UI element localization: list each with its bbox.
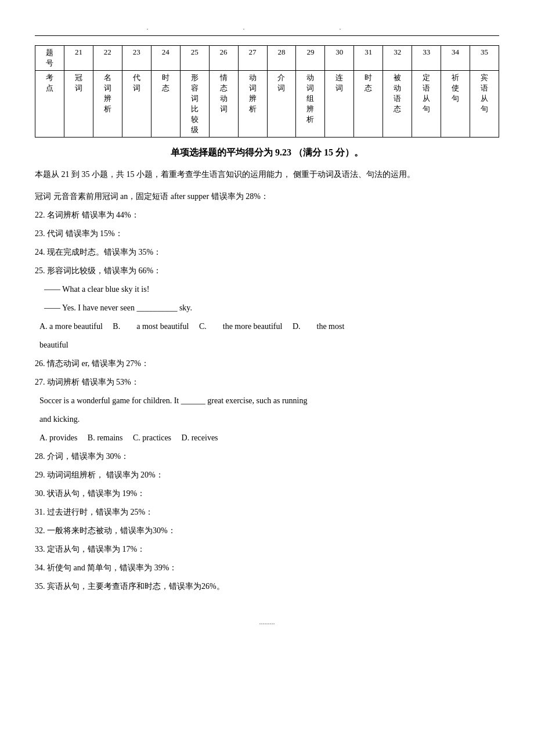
table-cell-22: 22 <box>93 46 122 71</box>
table-kd-26: 情 态 动 词 <box>209 71 238 138</box>
question-26: 26. 情态动词 er, 错误率为 27%： <box>35 356 499 372</box>
question-table: 题 号 21 22 23 24 25 26 27 28 29 30 31 32 … <box>35 45 499 138</box>
q31-text: 31. 过去进行时，错误率为 25%： <box>35 504 499 520</box>
q27-sentence: Soccer is a wonderful game for children.… <box>35 393 499 428</box>
question-33: 33. 定语从句，错误率为 17%： <box>35 541 499 558</box>
q25-line2: —— Yes. I have never seen __________ sky… <box>44 300 499 316</box>
table-cell-25: 25 <box>180 46 209 71</box>
table-kd-35: 宾 语 从 句 <box>470 71 499 138</box>
q33-text: 33. 定语从句，错误率为 17%： <box>35 541 499 558</box>
q27-option-d: D. receives <box>182 433 218 442</box>
question-32: 32. 一般将来时态被动，错误率为30%： <box>35 523 499 539</box>
intro-text: 本题从 21 到 35 小题，共 15 小题，着重考查学生语言知识的运用能力， … <box>35 167 499 183</box>
question-35: 35. 宾语从句，主要考查语序和时态，错误率为26%。 <box>35 578 499 595</box>
question-21: 冠词 元音音素前用冠词 an，固定短语 after supper 错误率为 28… <box>35 189 499 205</box>
q23-text: 23. 代词 错误率为 15%： <box>35 226 499 242</box>
table-cell-29: 29 <box>296 46 325 71</box>
question-30: 30. 状语从句，错误率为 19%： <box>35 486 499 502</box>
table-kd-32: 被 动 语 态 <box>383 71 412 138</box>
table-kd-28: 介 词 <box>267 71 296 138</box>
table-cell-31: 31 <box>354 46 383 71</box>
q27-option-c: C. practices <box>133 433 171 442</box>
table-kd-25: 形 容 词 比 较 级 <box>180 71 209 138</box>
q24-text: 24. 现在完成时态。错误率为 35%： <box>35 244 499 261</box>
question-28: 28. 介词，错误率为 30%： <box>35 448 499 465</box>
table-row-header: 题 号 21 22 23 24 25 26 27 28 29 30 31 32 … <box>35 46 499 71</box>
summary-line: 单项选择题的平均得分为 9.23 （满分 15 分）。 <box>35 147 499 159</box>
q29-text: 29. 动词词组辨析， 错误率为 20%： <box>35 467 499 483</box>
question-24: 24. 现在完成时态。错误率为 35%： <box>35 244 499 261</box>
table-cell-35: 35 <box>470 46 499 71</box>
table-kd-24: 时 态 <box>151 71 180 138</box>
question-34: 34. 祈使句 and 简单句，错误率为 39%： <box>35 560 499 576</box>
question-31: 31. 过去进行时，错误率为 25%： <box>35 504 499 520</box>
table-cell-28: 28 <box>267 46 296 71</box>
question-27: 27. 动词辨析 错误率为 53%： <box>35 374 499 390</box>
q25-option-a: A. a more beautiful <box>39 322 103 331</box>
question-29: 29. 动词词组辨析， 错误率为 20%： <box>35 467 499 483</box>
table-cell-33: 33 <box>412 46 441 71</box>
table-kd-30: 连 词 <box>325 71 354 138</box>
q25-option-b: B. a most beautiful <box>113 322 189 331</box>
table-kd-22: 名 词 辨 析 <box>93 71 122 138</box>
q25-dialogue: —— What a clear blue sky it is! —— Yes. … <box>35 281 499 316</box>
top-dots: . . . <box>35 23 499 32</box>
table-cell-label-row1: 题 号 <box>35 46 64 71</box>
table-cell-26: 26 <box>209 46 238 71</box>
q25-beautiful: beautiful <box>39 341 68 349</box>
table-kd-21: 冠 词 <box>64 71 93 138</box>
q27-option-a: A. provides <box>39 433 77 442</box>
q27-text: 27. 动词辨析 错误率为 53%： <box>35 374 499 390</box>
q25-line1: —— What a clear blue sky it is! <box>44 281 499 298</box>
bottom-dots: ......... <box>35 618 499 627</box>
q25-options-cont: beautiful <box>35 337 499 353</box>
top-line <box>35 35 499 36</box>
question-22: 22. 名词辨析 错误率为 44%： <box>35 207 499 223</box>
table-kd-34: 祈 使 句 <box>441 71 470 138</box>
table-cell-32: 32 <box>383 46 412 71</box>
q27-options: A. provides B. remains C. practices D. r… <box>35 430 499 446</box>
q32-text: 32. 一般将来时态被动，错误率为30%： <box>35 523 499 539</box>
table-row-kaodian: 考 点 冠 词 名 词 辨 析 代 词 时 态 形 容 词 比 较 级 情 态 … <box>35 71 499 138</box>
q35-text: 35. 宾语从句，主要考查语序和时态，错误率为26%。 <box>35 578 499 595</box>
q22-text: 22. 名词辨析 错误率为 44%： <box>35 207 499 223</box>
table-kd-27: 动 词 辨 析 <box>238 71 267 138</box>
question-25: 25. 形容词比较级，错误率为 66%： <box>35 263 499 279</box>
table-cell-30: 30 <box>325 46 354 71</box>
table-cell-27: 27 <box>238 46 267 71</box>
q26-text: 26. 情态动词 er, 错误率为 27%： <box>35 356 499 372</box>
table-kd-33: 定 语 从 句 <box>412 71 441 138</box>
q27-line2: and kicking. <box>39 411 499 428</box>
table-cell-21: 21 <box>64 46 93 71</box>
table-cell-23: 23 <box>122 46 151 71</box>
q30-text: 30. 状语从句，错误率为 19%： <box>35 486 499 502</box>
table-cell-34: 34 <box>441 46 470 71</box>
table-kd-31: 时 态 <box>354 71 383 138</box>
q25-text: 25. 形容词比较级，错误率为 66%： <box>35 263 499 279</box>
q25-option-c: C. the more beautiful <box>199 322 282 331</box>
q21-text: 冠词 元音音素前用冠词 an，固定短语 after supper 错误率为 28… <box>35 189 499 205</box>
table-cell-24: 24 <box>151 46 180 71</box>
q28-text: 28. 介词，错误率为 30%： <box>35 448 499 465</box>
q25-option-d: D. the most <box>293 322 344 331</box>
q34-text: 34. 祈使句 and 简单句，错误率为 39%： <box>35 560 499 576</box>
q27-option-b: B. remains <box>88 433 123 442</box>
table-kd-29: 动 词 组 辨 析 <box>296 71 325 138</box>
table-cell-label-row2: 考 点 <box>35 71 64 138</box>
table-kd-23: 代 词 <box>122 71 151 138</box>
question-23: 23. 代词 错误率为 15%： <box>35 226 499 242</box>
q25-options: A. a more beautiful B. a most beautiful … <box>35 319 499 335</box>
q27-line1: Soccer is a wonderful game for children.… <box>39 393 499 409</box>
